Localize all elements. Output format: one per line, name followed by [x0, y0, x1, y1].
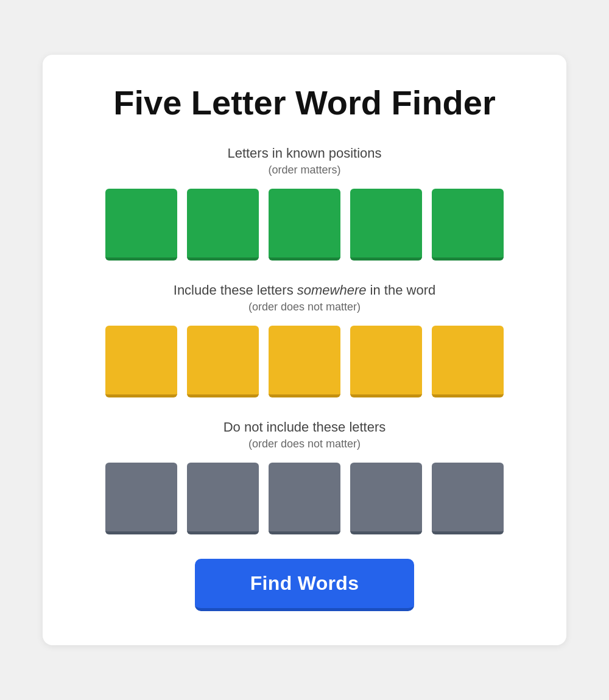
exclude-tile-4[interactable] [350, 463, 422, 534]
known-tile-1[interactable] [105, 189, 177, 261]
include-tile-3[interactable] [269, 326, 340, 397]
known-tile-3[interactable] [269, 189, 340, 261]
page-title: Five Letter Word Finder [79, 84, 530, 122]
known-tile-2[interactable] [187, 189, 259, 261]
main-card: Five Letter Word Finder Letters in known… [43, 55, 566, 646]
exclude-tiles [79, 463, 530, 534]
include-tile-4[interactable] [350, 326, 422, 397]
exclude-sublabel: (order does not matter) [79, 438, 530, 450]
exclude-tile-3[interactable] [269, 463, 340, 534]
exclude-tile-2[interactable] [187, 463, 259, 534]
exclude-section: Do not include these letters (order does… [79, 419, 530, 534]
include-tile-1[interactable] [105, 326, 177, 397]
known-positions-label: Letters in known positions [79, 145, 530, 161]
known-positions-tiles [79, 189, 530, 261]
known-positions-sublabel: (order matters) [79, 164, 530, 177]
include-tiles [79, 326, 530, 397]
include-tile-5[interactable] [432, 326, 504, 397]
known-tile-5[interactable] [432, 189, 504, 261]
include-tile-2[interactable] [187, 326, 259, 397]
include-sublabel: (order does not matter) [79, 301, 530, 313]
exclude-label: Do not include these letters [79, 419, 530, 435]
known-positions-section: Letters in known positions (order matter… [79, 145, 530, 261]
exclude-tile-1[interactable] [105, 463, 177, 534]
known-tile-4[interactable] [350, 189, 422, 261]
find-words-button[interactable]: Find Words [195, 559, 414, 611]
include-section: Include these letters somewhere in the w… [79, 282, 530, 397]
exclude-tile-5[interactable] [432, 463, 504, 534]
include-label: Include these letters somewhere in the w… [79, 282, 530, 298]
